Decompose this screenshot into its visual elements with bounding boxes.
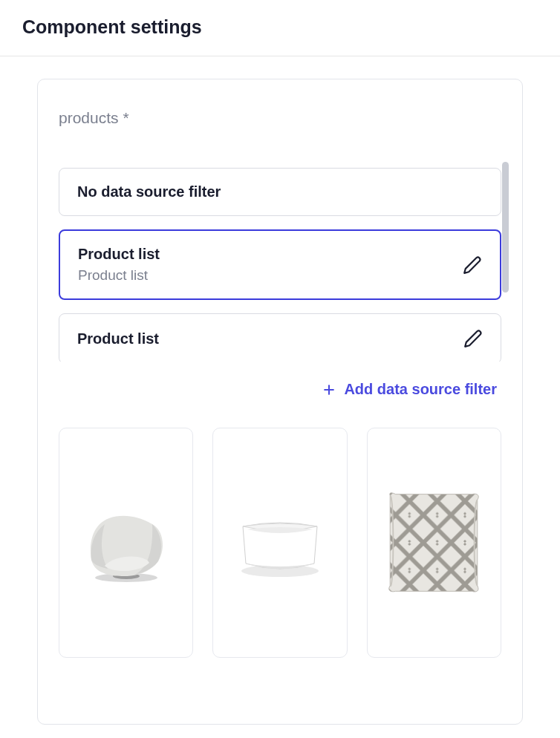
header: Component settings: [0, 0, 560, 56]
pencil-icon[interactable]: [463, 329, 483, 348]
product-image-bowl: [228, 491, 332, 595]
options-list: No data source filter Product list Produ…: [59, 168, 501, 362]
scrollbar[interactable]: [502, 162, 509, 293]
products-preview-grid: [59, 428, 501, 658]
option-texts: Product list: [77, 330, 159, 347]
plus-icon: [322, 382, 336, 397]
option-title: Product list: [77, 330, 159, 347]
pencil-icon[interactable]: [463, 255, 482, 275]
content-outer: products * No data source filter Product…: [0, 79, 560, 725]
option-texts: No data source filter: [77, 183, 221, 200]
option-title: No data source filter: [77, 183, 221, 200]
option-title: Product list: [78, 246, 160, 263]
product-image-pillow: [382, 491, 486, 595]
settings-panel: products * No data source filter Product…: [37, 79, 523, 725]
page-title: Component settings: [22, 16, 538, 38]
product-card-chair[interactable]: [59, 428, 193, 658]
filter-option-product-list-1[interactable]: Product list Product list: [59, 229, 501, 300]
product-image-chair: [74, 491, 178, 595]
option-subtitle: Product list: [78, 267, 160, 284]
option-clipped-wrap: Product list: [59, 313, 501, 362]
option-texts: Product list Product list: [78, 246, 160, 284]
product-card-pillow[interactable]: [367, 428, 501, 658]
field-label-products: products *: [59, 109, 501, 127]
product-card-bowl[interactable]: [212, 428, 347, 658]
filter-option-none[interactable]: No data source filter: [59, 168, 501, 216]
add-data-source-filter-button[interactable]: Add data source filter: [59, 381, 501, 398]
add-filter-label: Add data source filter: [344, 381, 497, 398]
filter-option-product-list-2[interactable]: Product list: [59, 313, 501, 362]
